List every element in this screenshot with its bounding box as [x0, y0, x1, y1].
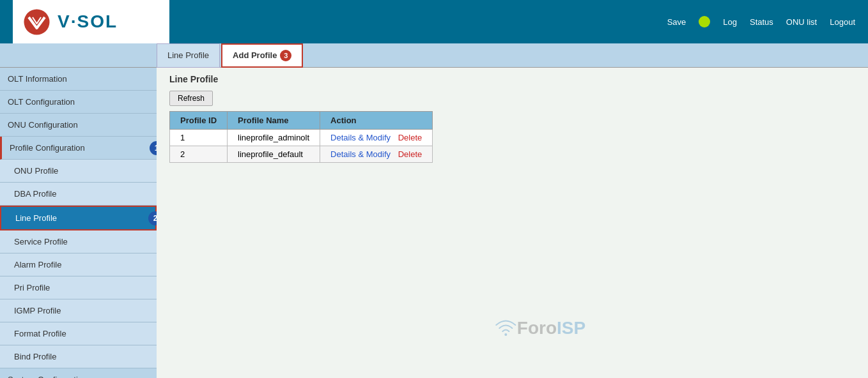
sidebar-item-igmp-profile[interactable]: IGMP Profile: [0, 299, 157, 322]
sidebar-item-alarm-profile[interactable]: Alarm Profile: [0, 253, 157, 276]
header: V·SOL Save Log Status ONU list Logout: [0, 0, 868, 43]
row1-name: lineprofile_adminolt: [228, 130, 320, 146]
logo-text: V·SOL: [58, 11, 118, 32]
sidebar: OLT Information OLT Configuration ONU Co…: [0, 68, 157, 378]
sidebar-item-pri-profile[interactable]: Pri Profile: [0, 276, 157, 299]
header-right: Save Log Status ONU list Logout: [667, 16, 855, 27]
add-profile-badge: 3: [280, 50, 291, 61]
table-row: 2 lineprofile_default Details & Modify D…: [170, 146, 433, 163]
tab-add-profile[interactable]: Add Profile 3: [221, 43, 303, 68]
watermark: Foro ISP: [494, 317, 585, 340]
row2-details-modify-link[interactable]: Details & Modify: [330, 149, 391, 159]
row1-delete-link[interactable]: Delete: [398, 133, 422, 142]
sidebar-item-onu-configuration[interactable]: ONU Configuration: [0, 114, 157, 137]
sidebar-item-dba-profile[interactable]: DBA Profile: [0, 183, 157, 206]
status-link[interactable]: Status: [750, 17, 773, 27]
logo-area: V·SOL: [13, 0, 169, 43]
refresh-button[interactable]: Refresh: [169, 91, 213, 106]
page-title: Line Profile: [169, 74, 855, 84]
row2-name: lineprofile_default: [228, 146, 320, 163]
row2-action: Details & Modify Delete: [320, 146, 433, 163]
tab-line-profile[interactable]: Line Profile: [157, 43, 220, 68]
wifi-icon: [494, 317, 517, 340]
col-profile-id: Profile ID: [170, 112, 228, 130]
row1-details-modify-link[interactable]: Details & Modify: [330, 133, 391, 142]
onu-list-link[interactable]: ONU list: [786, 17, 817, 27]
row1-id: 1: [170, 130, 228, 146]
logout-link[interactable]: Logout: [830, 17, 855, 27]
content-area: Line Profile Refresh Profile ID Profile …: [157, 68, 868, 378]
sidebar-item-olt-configuration[interactable]: OLT Configuration: [0, 91, 157, 114]
save-label[interactable]: Save: [667, 17, 686, 27]
sidebar-item-format-profile[interactable]: Format Profile: [0, 322, 157, 345]
sidebar-item-profile-configuration[interactable]: Profile Configuration 1: [0, 137, 157, 160]
tab-bar: Line Profile Add Profile 3: [0, 43, 868, 68]
svg-point-1: [504, 333, 507, 336]
row2-delete-link[interactable]: Delete: [398, 149, 422, 159]
col-profile-name: Profile Name: [228, 112, 320, 130]
main-layout: OLT Information OLT Configuration ONU Co…: [0, 68, 868, 378]
sidebar-item-service-profile[interactable]: Service Profile: [0, 231, 157, 253]
vsol-logo-icon: [22, 8, 51, 36]
sidebar-item-line-profile[interactable]: Line Profile 2: [0, 206, 157, 231]
svg-point-0: [24, 9, 50, 34]
sidebar-item-bind-profile[interactable]: Bind Profile: [0, 345, 157, 368]
log-link[interactable]: Log: [723, 17, 737, 27]
profile-table: Profile ID Profile Name Action 1 linepro…: [169, 111, 433, 163]
sidebar-item-onu-profile[interactable]: ONU Profile: [0, 160, 157, 183]
watermark-foro: Foro: [517, 318, 557, 338]
sidebar-item-system-configuration[interactable]: System Configuration: [0, 368, 157, 378]
sidebar-item-olt-information[interactable]: OLT Information: [0, 68, 157, 91]
annotation-badge-2: 2: [148, 211, 157, 225]
row2-id: 2: [170, 146, 228, 163]
table-row: 1 lineprofile_adminolt Details & Modify …: [170, 130, 433, 146]
col-action: Action: [320, 112, 433, 130]
row1-action: Details & Modify Delete: [320, 130, 433, 146]
watermark-isp: ISP: [557, 318, 585, 338]
status-indicator: [699, 16, 710, 27]
annotation-badge-1: 1: [150, 141, 157, 155]
